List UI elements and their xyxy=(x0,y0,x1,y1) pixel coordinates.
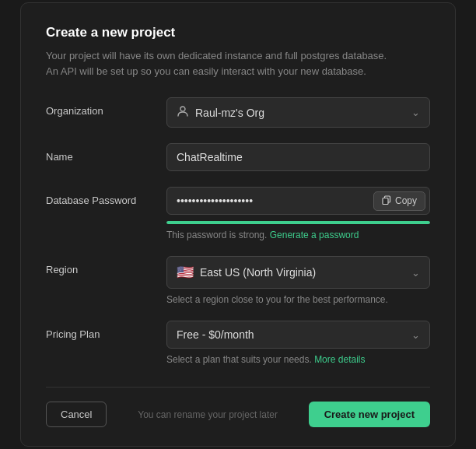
organization-select[interactable]: Raul-mz's Org ⌄ xyxy=(166,97,430,128)
region-content: 🇺🇸 East US (North Virginia) ⌄ Select a r… xyxy=(166,256,430,305)
copy-button[interactable]: Copy xyxy=(373,191,425,211)
modal-footer: Cancel You can rename your project later… xyxy=(46,387,430,427)
pricing-hint-text: Select a plan that suits your needs. xyxy=(166,354,312,365)
pricing-label: Pricing Plan xyxy=(46,321,166,340)
organization-content: Raul-mz's Org ⌄ xyxy=(166,97,430,128)
name-content xyxy=(166,143,430,171)
organization-field: Organization Raul-mz's Org ⌄ xyxy=(46,97,430,128)
password-label: Database Password xyxy=(46,187,166,206)
pricing-field: Pricing Plan Free - $0/month ⌄ Select a … xyxy=(46,321,430,365)
create-project-button[interactable]: Create new project xyxy=(309,402,430,427)
more-details-link[interactable]: More details xyxy=(314,354,365,365)
person-icon xyxy=(177,105,189,120)
strength-bar-fill xyxy=(166,221,430,224)
password-wrapper: Copy xyxy=(166,187,430,215)
generate-password-link[interactable]: Generate a password xyxy=(270,230,359,240)
us-flag-icon: 🇺🇸 xyxy=(177,264,194,281)
region-hint: Select a region close to you for the bes… xyxy=(166,294,430,305)
svg-rect-2 xyxy=(383,198,388,204)
password-hint: This password is strong. Generate a pass… xyxy=(166,230,430,240)
region-label: Region xyxy=(46,256,166,275)
name-field: Name xyxy=(46,143,430,171)
pricing-hint: Select a plan that suits your needs. Mor… xyxy=(166,354,430,365)
password-content: Copy This password is strong. Generate a… xyxy=(166,187,430,240)
chevron-down-icon: ⌄ xyxy=(411,107,420,118)
strength-bar-bg xyxy=(166,221,430,224)
cancel-button[interactable]: Cancel xyxy=(46,402,107,427)
copy-label: Copy xyxy=(395,195,417,206)
pricing-value: Free - $0/month xyxy=(177,328,254,341)
name-input[interactable] xyxy=(166,143,430,171)
create-project-modal: Create a new project Your project will h… xyxy=(20,2,456,447)
chevron-down-icon: ⌄ xyxy=(411,329,420,341)
name-label: Name xyxy=(46,143,166,163)
region-field: Region 🇺🇸 East US (North Virginia) ⌄ Sel… xyxy=(46,256,430,305)
chevron-down-icon: ⌄ xyxy=(411,267,420,279)
rename-hint: You can rename your project later xyxy=(138,409,278,420)
organization-value: Raul-mz's Org xyxy=(195,107,264,119)
region-select[interactable]: 🇺🇸 East US (North Virginia) ⌄ xyxy=(166,256,430,289)
modal-title: Create a new project xyxy=(46,25,430,40)
svg-point-0 xyxy=(180,107,185,111)
region-value: East US (North Virginia) xyxy=(200,266,316,279)
password-field: Database Password Copy This xyxy=(46,187,430,240)
pricing-select[interactable]: Free - $0/month ⌄ xyxy=(166,321,430,349)
copy-icon xyxy=(382,195,391,207)
pricing-content: Free - $0/month ⌄ Select a plan that sui… xyxy=(166,321,430,365)
organization-label: Organization xyxy=(46,97,166,117)
strength-text: This password is strong. xyxy=(166,230,267,240)
modal-subtitle: Your project will have its own dedicated… xyxy=(46,48,430,79)
